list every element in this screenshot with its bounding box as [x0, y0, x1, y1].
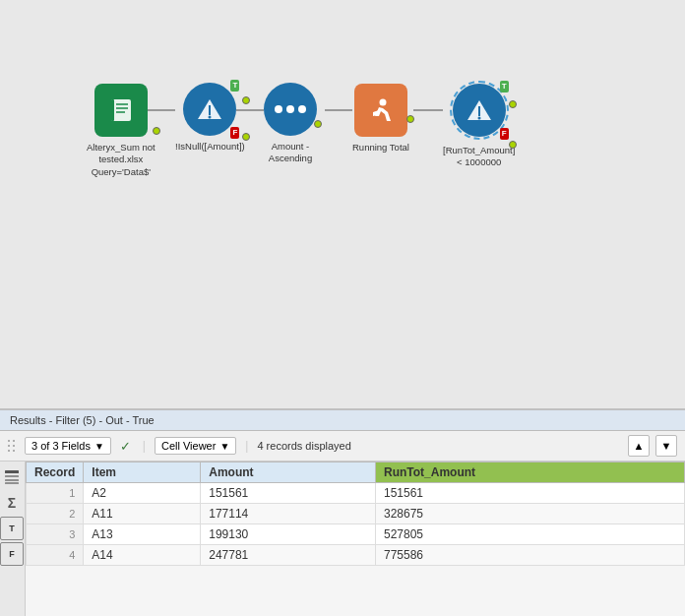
- side-type-icon[interactable]: T: [0, 517, 24, 540]
- node-sort[interactable]: Amount - Ascending: [264, 83, 317, 165]
- table-row: 2 A11 177114 328675: [27, 504, 685, 524]
- checkmark-icon: ✓: [120, 439, 131, 454]
- node-input[interactable]: Alteryx_Sum not tested.xlsx Query='Data$…: [87, 84, 156, 178]
- table-row: 4 A14 247781 775586: [27, 545, 685, 566]
- cell-runtot-4: 775586: [375, 545, 684, 566]
- viewer-button[interactable]: Cell Viewer ▼: [155, 437, 236, 455]
- side-flag-icon[interactable]: F: [0, 542, 24, 566]
- badge-f-filter2: F: [500, 128, 509, 140]
- filter-triangle-icon: [196, 95, 223, 123]
- node-filter2-label: [RunTot_Amount] < 1000000: [443, 145, 515, 169]
- col-item: Item: [84, 462, 201, 483]
- cell-record-1: 1: [27, 483, 84, 504]
- toolbar-separator-1: |: [143, 439, 146, 453]
- node-filter2[interactable]: T F [RunTot_Amount] < 1000000: [443, 81, 515, 169]
- side-panel: Σ T F: [0, 462, 26, 616]
- filter-triangle-icon-2: [466, 96, 493, 124]
- badge-f-filter1: F: [230, 127, 239, 139]
- cell-item-4: A14: [84, 545, 201, 566]
- svg-point-11: [477, 117, 480, 120]
- cell-item-2: A11: [84, 504, 201, 524]
- results-header-text: Results - Filter (5) - Out - True: [10, 414, 155, 426]
- badge-t-filter1: T: [230, 80, 239, 92]
- data-table-container: Record Item Amount RunTot_Amount 1 A2 15…: [26, 462, 685, 616]
- connector-4-5: [413, 109, 443, 111]
- results-header: Results - Filter (5) - Out - True: [0, 410, 685, 431]
- fields-dropdown-icon[interactable]: ▼: [94, 441, 104, 452]
- results-panel: Results - Filter (5) - Out - True 3 of 3…: [0, 408, 685, 616]
- side-table-icon[interactable]: [0, 465, 24, 489]
- cell-amount-2: 177114: [201, 504, 376, 524]
- node-running-total[interactable]: Running Total: [352, 84, 409, 154]
- col-amount: Amount: [201, 462, 376, 483]
- cell-amount-1: 151561: [201, 483, 376, 504]
- node-input-label: Alteryx_Sum not tested.xlsx Query='Data$…: [87, 142, 156, 178]
- connector-2-3: [236, 109, 264, 111]
- book-icon: [105, 94, 137, 126]
- badge-t-filter2: T: [500, 81, 509, 92]
- cell-amount-4: 247781: [201, 545, 376, 566]
- node-sort-label: Amount - Ascending: [269, 141, 312, 165]
- cell-record-2: 2: [27, 504, 84, 524]
- connector-1-2: [148, 109, 175, 111]
- svg-point-7: [209, 116, 212, 119]
- cell-runtot-1: 151561: [375, 483, 684, 504]
- results-toolbar: 3 of 3 Fields ▼ ✓ | Cell Viewer ▼ | 4 re…: [0, 431, 685, 462]
- fields-button-label: 3 of 3 Fields: [31, 440, 91, 452]
- cell-item-3: A13: [84, 524, 201, 545]
- connector-3-4: [325, 109, 352, 111]
- toolbar-separator-2: |: [245, 439, 248, 453]
- cell-amount-3: 199130: [201, 524, 376, 545]
- table-body: 1 A2 151561 151561 2 A11 177114 328675: [27, 483, 685, 566]
- scroll-up-button[interactable]: ▲: [628, 435, 650, 457]
- cell-record-3: 3: [27, 524, 84, 545]
- node-running-total-label: Running Total: [352, 142, 409, 154]
- table-row: 3 A13 199130 527805: [27, 524, 685, 545]
- viewer-button-label: Cell Viewer: [161, 440, 216, 452]
- side-sum-icon[interactable]: Σ: [0, 491, 24, 515]
- scroll-down-button[interactable]: ▼: [655, 435, 677, 457]
- data-table: Record Item Amount RunTot_Amount 1 A2 15…: [26, 462, 685, 566]
- cell-record-4: 4: [27, 545, 84, 566]
- fields-confirm-button[interactable]: ✓: [117, 437, 134, 456]
- grip-handle: [8, 440, 15, 452]
- runner-icon: [365, 94, 397, 126]
- cell-runtot-3: 527805: [375, 524, 684, 545]
- results-content: Σ T F Record Item Amount RunTot_Amount: [0, 462, 685, 616]
- svg-rect-12: [5, 470, 19, 473]
- svg-point-8: [379, 99, 386, 106]
- workflow-canvas: Alteryx_Sum not tested.xlsx Query='Data$…: [0, 0, 685, 408]
- records-count: 4 records displayed: [257, 440, 350, 452]
- viewer-dropdown-icon[interactable]: ▼: [219, 441, 229, 452]
- table-row: 1 A2 151561 151561: [27, 483, 685, 504]
- node-filter1-label: !IsNull([Amount]): [175, 141, 245, 153]
- dots-icon: [275, 105, 306, 113]
- cell-item-1: A2: [84, 483, 201, 504]
- svg-rect-13: [5, 475, 19, 477]
- node-filter1[interactable]: T F !IsNull([Amount]): [175, 83, 245, 153]
- fields-button[interactable]: 3 of 3 Fields ▼: [25, 437, 111, 455]
- svg-rect-14: [5, 479, 19, 481]
- col-record: Record: [27, 462, 84, 483]
- svg-rect-15: [5, 482, 19, 484]
- col-runtot: RunTot_Amount: [375, 462, 684, 483]
- svg-rect-1: [111, 99, 114, 121]
- cell-runtot-2: 328675: [375, 504, 684, 524]
